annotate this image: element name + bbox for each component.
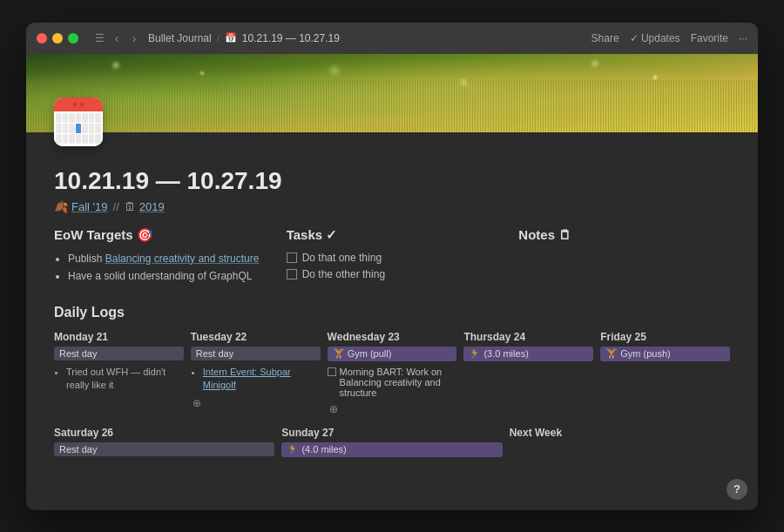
list-item: Publish Balancing creativity and structu… <box>68 252 266 266</box>
calendar-emoji: 📅 <box>225 32 237 44</box>
minigolf-link[interactable]: Intern Event: Subpar Minigolf <box>203 367 291 390</box>
creativity-link[interactable]: Balancing creativity and structure <box>105 253 260 265</box>
nav-arrows: ☰ ‹ › <box>92 31 141 45</box>
day-thursday: Thursday 24 🏃 (3.0 miles) <box>463 331 593 416</box>
day-name: Sunday 27 <box>281 427 502 439</box>
minimize-button[interactable] <box>52 33 63 44</box>
day-name: Saturday 26 <box>54 427 274 439</box>
titlebar-actions: Share ✓ Updates Favorite ··· <box>591 32 747 44</box>
day-next-week: Next Week _ <box>510 427 730 462</box>
updates-button[interactable]: ✓ Updates <box>630 32 680 44</box>
list-item: Tried out WFH — didn't really like it <box>66 366 184 392</box>
traffic-lights <box>37 33 78 44</box>
day-sunday: Sunday 27 🏃 (4.0 miles) <box>281 427 502 462</box>
cal-emoji: 🗓 <box>125 200 136 213</box>
day-name: Thursday 24 <box>463 331 593 343</box>
breadcrumb: 🍂 Fall '19 // 🗓 2019 <box>54 200 730 213</box>
notes-section: Notes 🗒 <box>518 227 730 288</box>
top-sections: EoW Targets 🎯 Publish Balancing creativi… <box>54 227 730 288</box>
titlebar-breadcrumb: Bullet Journal / 📅 10.21.19 — 10.27.19 <box>148 32 340 44</box>
day-badge: 🏋 Gym (push) <box>600 347 730 361</box>
add-button[interactable]: ⊕ <box>328 403 340 415</box>
eow-targets-section: EoW Targets 🎯 Publish Balancing creativi… <box>54 227 266 288</box>
eow-list: Publish Balancing creativity and structu… <box>54 252 266 285</box>
day-badge: 🏃 (4.0 miles) <box>281 442 502 457</box>
fall-link[interactable]: Fall '19 <box>71 200 108 213</box>
back-button[interactable]: ☰ <box>92 31 106 45</box>
list-item: Intern Event: Subpar Minigolf <box>203 366 321 392</box>
maximize-button[interactable] <box>68 33 78 44</box>
day-name: Tuesday 22 <box>191 331 321 343</box>
forward-arrow[interactable]: › <box>127 31 141 45</box>
task-label: Morning BART: Work on Balancing creativi… <box>340 367 457 398</box>
tasks-title: Tasks ✓ <box>287 227 498 243</box>
notes-title: Notes 🗒 <box>518 227 730 242</box>
back-arrow[interactable]: ‹ <box>110 31 124 45</box>
help-button[interactable]: ? <box>727 479 747 500</box>
day-name: Friday 25 <box>600 331 730 343</box>
fall-emoji: 🍂 <box>54 200 68 213</box>
task-checkbox[interactable] <box>287 253 297 263</box>
favorite-button[interactable]: Favorite <box>691 32 728 44</box>
day-badge: Rest day <box>54 347 184 360</box>
day-notes: Intern Event: Subpar Minigolf <box>191 366 321 392</box>
task-checkbox[interactable] <box>328 367 336 376</box>
day-name: Next Week <box>510 427 730 439</box>
hero-image <box>26 54 758 132</box>
day-badge: Rest day <box>54 442 274 456</box>
day-wednesday: Wednesday 23 🏋 Gym (pull) Morning BART: … <box>328 331 457 416</box>
day-badge: 🏃 (3.0 miles) <box>463 347 593 361</box>
calendar-icon <box>54 98 103 146</box>
share-button[interactable]: Share <box>591 32 619 44</box>
more-button[interactable]: ··· <box>739 32 747 44</box>
add-button[interactable]: ⊕ <box>191 397 203 409</box>
task-label: Do that one thing <box>302 252 382 264</box>
page-title: 10.21.19 — 10.27.19 <box>54 167 730 195</box>
year-link[interactable]: 2019 <box>139 200 165 213</box>
eow-title: EoW Targets 🎯 <box>54 227 266 243</box>
titlebar: ☰ ‹ › Bullet Journal / 📅 10.21.19 — 10.2… <box>26 23 758 54</box>
day-name: Wednesday 23 <box>328 331 457 343</box>
date-range-label: 10.21.19 — 10.27.19 <box>242 32 340 44</box>
day-task: Morning BART: Work on Balancing creativi… <box>328 367 457 398</box>
day-name: Monday 21 <box>54 331 184 343</box>
app-name-label: Bullet Journal <box>148 32 212 44</box>
daily-logs-header: Daily Logs <box>54 305 730 320</box>
day-notes: Tried out WFH — didn't really like it <box>54 366 184 392</box>
day-friday: Friday 25 🏋 Gym (push) <box>600 331 730 416</box>
day-badge: Rest day <box>191 347 321 360</box>
task-checkbox[interactable] <box>287 269 297 279</box>
creativity-link2[interactable]: Balancing creativity and structure <box>340 377 441 398</box>
task-item: Do that one thing <box>287 252 498 264</box>
task-item: Do the other thing <box>287 268 498 280</box>
close-button[interactable] <box>37 33 47 44</box>
list-item: Have a solid understanding of GraphQL <box>68 269 266 284</box>
task-label: Do the other thing <box>302 268 385 280</box>
day-tuesday: Tuesday 22 Rest day Intern Event: Subpar… <box>191 331 321 416</box>
day-monday: Monday 21 Rest day Tried out WFH — didn'… <box>54 331 184 416</box>
tasks-section: Tasks ✓ Do that one thing Do the other t… <box>287 227 498 288</box>
daily-grid: Monday 21 Rest day Tried out WFH — didn'… <box>54 331 730 416</box>
bottom-grid: Saturday 26 Rest day Sunday 27 🏃 (4.0 mi… <box>54 427 730 462</box>
day-saturday: Saturday 26 Rest day <box>54 427 274 462</box>
main-content: 10.21.19 — 10.27.19 🍂 Fall '19 // 🗓 2019… <box>26 132 758 510</box>
day-badge: 🏋 Gym (pull) <box>328 347 457 361</box>
